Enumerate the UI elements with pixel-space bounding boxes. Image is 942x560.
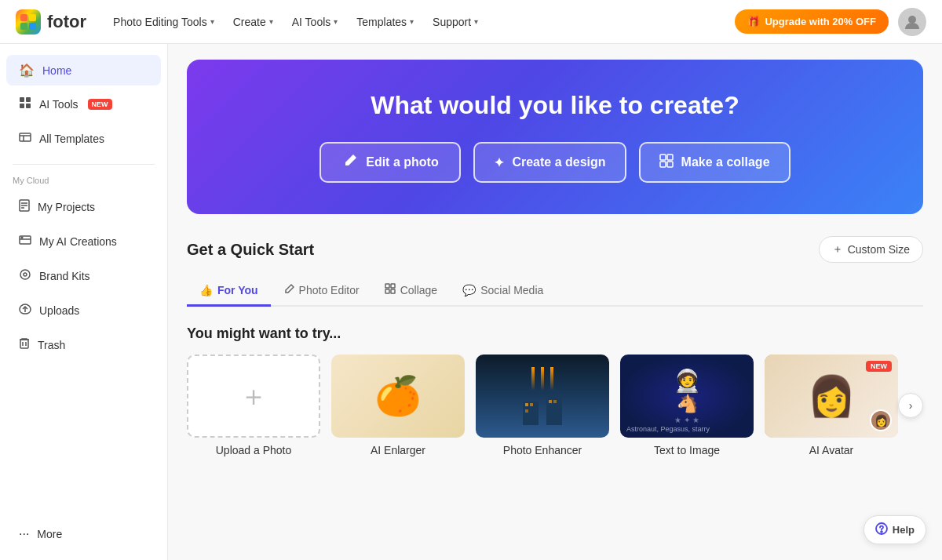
- edit-photo-icon: [342, 153, 358, 172]
- upload-photo-label: Upload a Photo: [187, 444, 320, 456]
- new-badge: NEW: [88, 99, 112, 110]
- svg-rect-28: [660, 162, 666, 167]
- svg-rect-8: [26, 104, 31, 108]
- ai-avatar-label: AI Avatar: [765, 444, 898, 456]
- svg-rect-30: [385, 284, 389, 288]
- upload-plus-icon: ＋: [239, 377, 268, 416]
- ai-tools-icon: [19, 96, 31, 112]
- text-to-image-image: 🧑‍🚀 🐴 ★ ✦ ★ Astronaut, Pegasus, starry: [620, 355, 754, 438]
- hero-banner: What would you like to create? Edit a ph…: [187, 60, 923, 214]
- sidebar-item-more[interactable]: ··· More: [6, 519, 161, 549]
- svg-point-4: [908, 16, 916, 24]
- custom-size-label: Custom Size: [848, 243, 910, 256]
- logo-icon: [16, 9, 41, 35]
- sidebar-divider: [13, 164, 155, 165]
- body: 🏠 Home AI Tools NEW All Templates My Clo…: [0, 44, 942, 560]
- brand-kits-icon: [19, 268, 31, 284]
- create-design-icon: ✦: [494, 155, 504, 170]
- sidebar-item-ai-tools[interactable]: AI Tools NEW: [6, 89, 161, 120]
- new-badge-card: NEW: [866, 361, 892, 372]
- ai-enlarger-label: AI Enlarger: [331, 444, 465, 456]
- sidebar-item-my-projects[interactable]: My Projects: [6, 191, 161, 223]
- nav-support[interactable]: Support ▾: [425, 11, 486, 33]
- svg-rect-37: [525, 409, 528, 413]
- header: fotor Photo Editing Tools ▾ Create ▾ AI …: [0, 0, 942, 44]
- for-you-label: For You: [217, 284, 258, 296]
- create-design-button[interactable]: ✦ Create a design: [473, 142, 626, 183]
- trash-icon: [19, 337, 30, 353]
- projects-icon: [19, 199, 30, 215]
- card-ai-avatar[interactable]: 👩 NEW 👩 AI Avatar: [765, 355, 898, 456]
- user-avatar[interactable]: [898, 8, 926, 36]
- svg-rect-0: [20, 14, 27, 21]
- chevron-icon: ▾: [334, 17, 338, 26]
- sidebar-brand-kits-label: Brand Kits: [39, 270, 90, 282]
- svg-rect-6: [26, 97, 31, 102]
- edit-photo-label: Edit a photo: [366, 155, 438, 169]
- svg-rect-1: [29, 14, 36, 21]
- card-ai-enlarger[interactable]: 🍊 AI Enlarger: [331, 355, 465, 456]
- make-collage-button[interactable]: Make a collage: [639, 142, 790, 183]
- nav-ai-tools-label: AI Tools: [292, 16, 331, 28]
- cards-next-button[interactable]: ›: [898, 393, 923, 418]
- upgrade-label: Upgrade with 20% OFF: [765, 16, 876, 27]
- svg-point-18: [21, 237, 23, 238]
- more-icon: ···: [19, 527, 29, 541]
- quick-start-tabs: 👍 For You Photo Editor Collage 💬 Social …: [187, 275, 923, 307]
- sidebar-item-brand-kits[interactable]: Brand Kits: [6, 260, 161, 292]
- tab-social-media[interactable]: 💬 Social Media: [450, 275, 556, 307]
- svg-point-42: [881, 531, 882, 533]
- nav-create-label: Create: [233, 16, 266, 28]
- svg-rect-29: [667, 162, 673, 167]
- card-photo-enhancer[interactable]: Photo Enhancer: [476, 355, 609, 456]
- edit-photo-button[interactable]: Edit a photo: [319, 142, 461, 183]
- nav-ai-tools[interactable]: AI Tools ▾: [284, 11, 346, 33]
- nav-photo-editing-label: Photo Editing Tools: [113, 16, 207, 28]
- svg-rect-32: [385, 289, 389, 293]
- svg-rect-26: [660, 155, 666, 160]
- nav-support-label: Support: [433, 16, 471, 28]
- help-icon: [875, 522, 888, 537]
- make-collage-label: Make a collage: [681, 155, 770, 169]
- svg-point-19: [20, 270, 30, 279]
- upgrade-button[interactable]: 🎁 Upgrade with 20% OFF: [735, 9, 889, 34]
- sidebar-item-all-templates[interactable]: All Templates: [6, 123, 161, 155]
- upload-photo-image: ＋: [187, 355, 320, 438]
- card-upload-photo[interactable]: ＋ Upload a Photo: [187, 355, 320, 456]
- chevron-icon: ▾: [210, 17, 214, 26]
- sidebar-item-my-ai-creations[interactable]: My AI Creations: [6, 226, 161, 257]
- sidebar-item-trash[interactable]: Trash: [6, 329, 161, 361]
- help-label: Help: [893, 524, 915, 536]
- hero-buttons: Edit a photo ✦ Create a design Make a co…: [212, 142, 898, 183]
- svg-rect-39: [549, 400, 552, 403]
- for-you-icon: 👍: [199, 284, 213, 296]
- nav-create[interactable]: Create ▾: [225, 11, 281, 33]
- alley-light: [550, 367, 553, 391]
- svg-point-20: [24, 273, 27, 276]
- logo[interactable]: fotor: [16, 9, 86, 35]
- tab-for-you[interactable]: 👍 For You: [187, 275, 271, 307]
- text-to-image-label: Text to Image: [620, 444, 754, 456]
- card-text-to-image[interactable]: 🧑‍🚀 🐴 ★ ✦ ★ Astronaut, Pegasus, starry T…: [620, 355, 754, 456]
- svg-rect-33: [391, 289, 395, 293]
- hero-title: What would you like to create?: [212, 91, 898, 120]
- sidebar: 🏠 Home AI Tools NEW All Templates My Clo…: [0, 44, 168, 560]
- collage-label: Collage: [400, 284, 437, 296]
- custom-size-button[interactable]: ＋ Custom Size: [819, 236, 923, 263]
- photo-enhancer-label: Photo Enhancer: [476, 444, 609, 456]
- sidebar-item-home-label: Home: [42, 64, 71, 77]
- chevron-icon: ▾: [410, 17, 414, 26]
- tab-photo-editor[interactable]: Photo Editor: [271, 275, 372, 307]
- ai-avatar-image: 👩 NEW 👩: [765, 355, 898, 438]
- photo-enhancer-image: [476, 355, 609, 438]
- chevron-icon: ▾: [474, 17, 478, 26]
- nav-templates[interactable]: Templates ▾: [349, 11, 422, 33]
- sidebar-item-home[interactable]: 🏠 Home: [6, 55, 161, 85]
- sidebar-item-uploads[interactable]: Uploads: [6, 295, 161, 326]
- tab-collage[interactable]: Collage: [372, 275, 450, 307]
- home-icon: 🏠: [19, 63, 35, 78]
- chevron-icon: ▾: [269, 17, 273, 26]
- help-button[interactable]: Help: [864, 515, 926, 544]
- photo-editor-label: Photo Editor: [299, 284, 360, 296]
- nav-photo-editing[interactable]: Photo Editing Tools ▾: [105, 11, 222, 33]
